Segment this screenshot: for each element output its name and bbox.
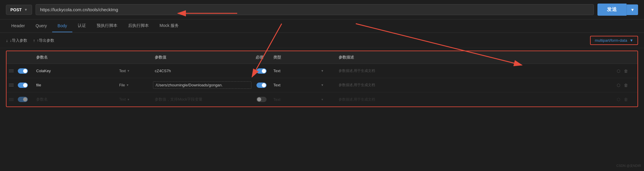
- row2-delete-icon[interactable]: 🗑: [624, 83, 628, 88]
- header-drag: [7, 54, 15, 61]
- tab-query[interactable]: Query: [30, 20, 52, 32]
- row3-type-chevron-icon: ▼: [127, 98, 130, 101]
- row3-value-type-chevron-icon: ▼: [321, 98, 324, 101]
- tab-body[interactable]: Body: [52, 20, 72, 32]
- body-toolbar: ↓ ↓导入参数 ↑ ↑导出参数 multipart/form-data ▼: [0, 33, 644, 48]
- row3-value-type-chevron[interactable]: ▼: [318, 97, 336, 102]
- row2-value-type: Text: [270, 83, 318, 87]
- table-header: 参数名 参数值 必填 类型 参数描述: [7, 51, 637, 64]
- row3-actions: ⬡ 🗑: [614, 97, 637, 102]
- row1-required-toggle[interactable]: [256, 68, 267, 74]
- row2-value-type-chevron[interactable]: ▼: [318, 82, 336, 88]
- header-toggle: [15, 54, 33, 61]
- header-value-type: 类型: [270, 54, 318, 61]
- tab-mock[interactable]: Mock 服务: [154, 20, 184, 33]
- drag-handle[interactable]: [7, 98, 15, 101]
- header-type: [116, 54, 152, 61]
- row3-type-label: Text: [119, 97, 126, 101]
- method-chevron-icon: ▼: [24, 8, 28, 12]
- tab-post-script[interactable]: 后执行脚本: [123, 20, 154, 33]
- row2-param-value: /Users/zhoumingle/Downloads/gongan.: [153, 81, 251, 89]
- row1-param-name: ColaKey: [33, 69, 116, 73]
- toggle-switch-on[interactable]: [18, 97, 28, 102]
- row1-desc: 参数描述,用于生成文档: [336, 68, 614, 73]
- method-label: POST: [10, 7, 22, 12]
- import-params-button[interactable]: ↓ ↓导入参数: [6, 38, 27, 43]
- row3-delete-icon[interactable]: 🗑: [624, 97, 628, 102]
- row2-desc: 参数描述,用于生成文档: [336, 83, 614, 88]
- row2-toggle[interactable]: [15, 83, 33, 88]
- header-type-chevron: [318, 54, 336, 61]
- row3-param-name-placeholder: 参数名: [33, 97, 116, 102]
- row1-toggle[interactable]: [15, 68, 33, 74]
- params-table-wrapper: 参数名 参数值 必填 类型 参数描述 ColaKey Text ▼ cZ4CS7…: [6, 51, 638, 107]
- header-param-value: 参数值: [152, 54, 253, 61]
- nav-tabs: Header Query Body 认证 预执行脚本 后执行脚本 Mock 服务: [0, 20, 644, 33]
- header-param-name: 参数名: [33, 54, 116, 61]
- header-actions: [614, 54, 637, 61]
- content-type-select[interactable]: multipart/form-data ▼: [590, 36, 638, 45]
- row2-type-label: File: [119, 83, 125, 87]
- url-bar: POST ▼ 发送 ▼: [0, 0, 644, 20]
- watermark: CSDN @吴NDIR: [616, 164, 641, 168]
- row2-type-select[interactable]: File ▼: [116, 82, 152, 88]
- row2-required[interactable]: [253, 83, 270, 88]
- send-chevron-button[interactable]: ▼: [627, 4, 638, 15]
- drag-handle[interactable]: [7, 84, 15, 86]
- import-icon: ↓: [6, 38, 8, 43]
- table-row: file File ▼ /Users/zhoumingle/Downloads/…: [7, 78, 637, 92]
- send-button-group: 发送 ▼: [597, 4, 638, 16]
- row1-type-label: Text: [119, 69, 126, 73]
- row1-type-chevron-icon: ▼: [127, 69, 130, 72]
- row1-required[interactable]: [253, 68, 270, 74]
- row3-required[interactable]: [253, 97, 270, 102]
- row3-copy-icon[interactable]: ⬡: [617, 97, 620, 102]
- row1-delete-icon[interactable]: 🗑: [624, 69, 628, 73]
- table-row: ColaKey Text ▼ cZ4CS7h Text ▼ 参数描述,用于生成文…: [7, 64, 637, 78]
- content-type-chevron-icon: ▼: [629, 38, 633, 43]
- row2-param-name: file: [33, 83, 116, 87]
- row2-type-chevron-icon: ▼: [126, 83, 129, 87]
- drag-handle[interactable]: [7, 70, 15, 72]
- row1-actions: ⬡ 🗑: [614, 69, 637, 73]
- row3-desc: 参数描述,用于生成文档: [336, 97, 614, 102]
- import-label: ↓导入参数: [10, 38, 27, 43]
- row2-required-toggle[interactable]: [256, 83, 267, 88]
- row1-value-type-chevron[interactable]: ▼: [318, 68, 336, 74]
- toggle-switch-on[interactable]: [18, 68, 28, 74]
- row3-value-type: Text: [270, 97, 318, 102]
- send-button[interactable]: 发送: [597, 4, 627, 16]
- tab-header[interactable]: Header: [6, 20, 30, 32]
- export-icon: ↑: [33, 38, 35, 43]
- export-label: ↑导出参数: [37, 38, 55, 43]
- tab-pre-script[interactable]: 预执行脚本: [91, 20, 123, 33]
- header-required: 必填: [253, 54, 270, 61]
- row2-actions: ⬡ 🗑: [614, 83, 637, 88]
- row3-param-value-placeholder: 参数值，支持Mock字段变量: [152, 97, 253, 102]
- export-params-button[interactable]: ↑ ↑导出参数: [33, 38, 55, 43]
- body-actions: ↓ ↓导入参数 ↑ ↑导出参数: [6, 38, 54, 43]
- row2-value-type-chevron-icon: ▼: [321, 83, 324, 87]
- row1-param-value: cZ4CS7h: [152, 69, 253, 73]
- row3-required-toggle[interactable]: [256, 97, 267, 102]
- row3-toggle[interactable]: [15, 97, 33, 102]
- tab-auth[interactable]: 认证: [72, 20, 91, 33]
- content-type-label: multipart/form-data: [595, 38, 627, 43]
- row1-value-type-chevron-icon: ▼: [321, 69, 324, 72]
- row2-copy-icon[interactable]: ⬡: [617, 83, 620, 88]
- url-input[interactable]: [36, 4, 594, 15]
- table-row: 参数名 Text ▼ 参数值，支持Mock字段变量 Text ▼ 参数描述,用于…: [7, 92, 637, 107]
- row1-type-select[interactable]: Text ▼: [116, 68, 152, 74]
- row3-type-select[interactable]: Text ▼: [116, 96, 152, 103]
- header-desc: 参数描述: [336, 54, 614, 61]
- row1-value-type: Text: [270, 69, 318, 73]
- toggle-switch-on[interactable]: [18, 83, 28, 88]
- row1-copy-icon[interactable]: ⬡: [617, 69, 620, 73]
- method-select[interactable]: POST ▼: [6, 5, 32, 15]
